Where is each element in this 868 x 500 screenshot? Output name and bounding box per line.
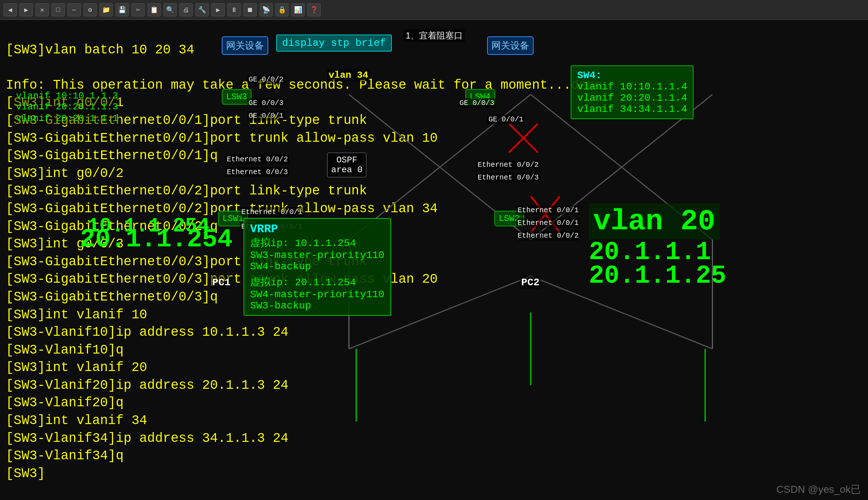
terminal-line-19: [SW3-Vlanif20]ip address 20.1.1.3 24 (6, 378, 289, 393)
terminal-line-20: [SW3-Vlanif20]q (6, 395, 124, 410)
toolbar-btn-print[interactable]: 🖨 (180, 3, 193, 16)
terminal-line-1: [SW3]vlan batch 10 20 34 (6, 41, 862, 59)
terminal-line-23: [SW3-Vlanif34]q (6, 448, 124, 463)
toolbar-btn-maximize[interactable]: □ (52, 3, 65, 16)
terminal-output[interactable]: [SW3]vlan batch 10 20 34 Info: This oper… (0, 0, 868, 500)
terminal-line-13: [SW3-GigabitEthernet0/0/3]port trunk all… (6, 272, 438, 287)
watermark-label: CSDN @yes_ok已 (776, 483, 861, 496)
terminal-line-6: [SW3-GigabitEthernet0/0/1]q (6, 148, 218, 163)
toolbar-btn-paste[interactable]: 📋 (148, 3, 161, 16)
toolbar: ◀ ▶ ✕ □ — ⚙ 📁 💾 ✂ 📋 🔍 🖨 🔧 ▶ ⏸ ⏹ 📡 🔒 📊 ❓ (0, 0, 868, 20)
terminal-line-24: [SW3] (6, 466, 45, 481)
toolbar-btn-lock[interactable]: 🔒 (276, 3, 289, 16)
terminal-line-7: [SW3]int g0/0/2 (6, 166, 124, 181)
terminal-line-5: [SW3-GigabitEthernet0/0/1]port trunk all… (6, 131, 438, 146)
terminal-line-10: [SW3-GigabitEthernet0/0/2]q (6, 219, 218, 234)
terminal-line-14: [SW3-GigabitEthernet0/0/3]q (6, 290, 218, 305)
toolbar-btn-network[interactable]: 📡 (260, 3, 273, 16)
terminal-line-4: [SW3-GigabitEthernet0/0/1]port link-type… (6, 113, 367, 128)
toolbar-btn-stop[interactable]: ⏹ (244, 3, 257, 16)
toolbar-btn-close[interactable]: ✕ (36, 3, 49, 16)
terminal-line-12: [SW3-GigabitEthernet0/0/3]port link-type… (6, 254, 367, 269)
toolbar-btn-help[interactable]: ❓ (308, 3, 321, 16)
toolbar-btn-chart[interactable]: 📊 (292, 3, 305, 16)
terminal-line-15: [SW3]int vlanif 10 (6, 307, 147, 322)
terminal-line-9: [SW3-GigabitEthernet0/0/2]port trunk all… (6, 201, 438, 216)
toolbar-btn-open[interactable]: 📁 (100, 3, 113, 16)
terminal-line-21: [SW3]int vlanif 34 (6, 413, 147, 428)
toolbar-btn-back[interactable]: ◀ (4, 3, 17, 16)
toolbar-btn-pause[interactable]: ⏸ (228, 3, 241, 16)
toolbar-btn-save[interactable]: 💾 (116, 3, 129, 16)
terminal-line-2: Info: This operation may take a few seco… (6, 78, 610, 93)
terminal-line-11: [SW3]int g0/0/3 (6, 237, 124, 251)
terminal-line-16: [SW3-Vlanif10]ip address 10.1.1.3 24 (6, 325, 289, 340)
terminal-line-17: [SW3-Vlanif10]q (6, 343, 124, 358)
toolbar-btn-play[interactable]: ▶ (212, 3, 225, 16)
terminal-line-3: [SW3]int g0/0/1 (6, 95, 124, 110)
toolbar-btn-tools[interactable]: 🔧 (196, 3, 209, 16)
toolbar-btn-settings[interactable]: ⚙ (84, 3, 97, 16)
terminal-line-8: [SW3-GigabitEthernet0/0/2]port link-type… (6, 184, 367, 198)
toolbar-btn-minimize[interactable]: — (68, 3, 81, 16)
toolbar-btn-cut[interactable]: ✂ (132, 3, 145, 16)
toolbar-btn-search[interactable]: 🔍 (164, 3, 177, 16)
terminal-line-18: [SW3]int vlanif 20 (6, 360, 147, 375)
toolbar-btn-forward[interactable]: ▶ (20, 3, 33, 16)
terminal-line-22: [SW3-Vlanif34]ip address 34.1.1.3 24 (6, 431, 289, 446)
